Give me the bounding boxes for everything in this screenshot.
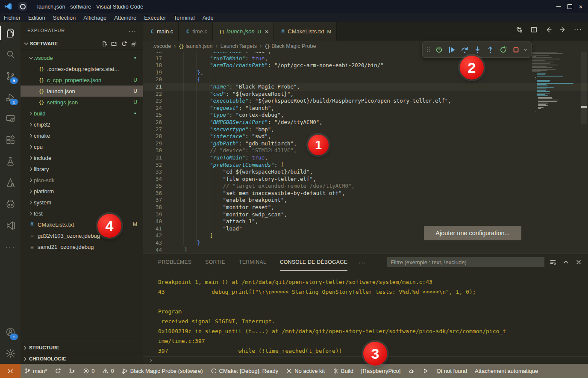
panel-tab-console-de-débogage[interactable]: CONSOLE DE DÉBOGAGE <box>280 254 347 271</box>
navigate-forward-icon[interactable] <box>559 26 567 33</box>
activity-cmake[interactable] <box>0 172 21 193</box>
code-line[interactable]: 32 "preRestartCommands": [ <box>143 162 588 169</box>
tree-item[interactable]: ≡samd21_ozone.jdebug <box>21 241 143 252</box>
status-item-cmake-debug-ready[interactable]: CMake: [Debug]: Ready <box>207 368 282 374</box>
tab-CMakeLists.txt[interactable]: MCMakeLists.txtM <box>274 22 337 41</box>
activity-run-debug[interactable]: 1 <box>0 86 21 108</box>
status-item[interactable] <box>418 368 432 374</box>
activity-search[interactable] <box>0 44 21 65</box>
code-line[interactable]: 44 ] <box>143 247 588 254</box>
status-item-0[interactable]: 0 <box>98 368 118 374</box>
panel-more-icon[interactable]: ··· <box>359 259 366 266</box>
add-configuration-button[interactable]: Ajouter une configuration... <box>424 226 521 240</box>
toolbar-chevron-down-icon[interactable] <box>523 44 529 56</box>
power-button[interactable] <box>433 44 445 56</box>
breadcrumb-item[interactable]: Launch Targets <box>220 43 257 49</box>
tree-item[interactable]: system <box>21 197 143 208</box>
code-line[interactable]: 26 "BMPGDBSerialPort": "/dev/ttyACM0", <box>143 119 588 126</box>
step-into-button[interactable] <box>471 44 483 56</box>
status-item-0[interactable]: 0 <box>79 368 98 374</box>
activity-platformio[interactable] <box>0 193 21 215</box>
close-button[interactable]: × <box>575 1 586 12</box>
debug-console-output[interactable]: Breakpoint 1, main () at /mnt/data/git/o… <box>143 270 588 357</box>
code-line[interactable]: 33 "cd ${workspaceRoot}/build", <box>143 168 588 176</box>
toolbar-grip-icon[interactable] <box>425 44 432 56</box>
sidebar-more-icon[interactable]: ··· <box>129 27 136 34</box>
section-structure[interactable]: STRUCTURE <box>21 342 143 353</box>
tree-item[interactable]: cpu <box>21 141 143 152</box>
status-item-build[interactable]: Build <box>329 368 357 374</box>
code-line[interactable]: 39 "monitor swdp_scan", <box>143 211 588 219</box>
menu-sélection[interactable]: Sélection <box>49 15 79 21</box>
menu-exécuter[interactable]: Exécuter <box>140 15 170 21</box>
status-item-attachement-automatique[interactable]: Attachement automatique <box>471 368 542 374</box>
continue-button[interactable] <box>446 44 458 56</box>
new-file-icon[interactable] <box>101 41 108 47</box>
menu-terminal[interactable]: Terminal <box>170 15 199 21</box>
breadcrumb-item[interactable]: .vscode <box>153 43 171 49</box>
tree-item[interactable]: .vscode● <box>21 52 143 63</box>
code-line[interactable]: 40 "attach 1", <box>143 218 588 225</box>
panel-tab-problèmes[interactable]: PROBLÈMES <box>158 254 191 270</box>
tree-item[interactable]: library <box>21 163 143 174</box>
code-line[interactable]: 35 // "target extended-remote /dev/ttyAC… <box>143 183 588 190</box>
tree-item[interactable]: pico-sdk <box>21 174 143 186</box>
tab-launch.json[interactable]: {}launch.jsonU× <box>213 22 274 41</box>
tree-item[interactable]: chip32 <box>21 119 143 130</box>
editor-scrollbar[interactable] <box>581 52 587 254</box>
tree-item[interactable]: {}settings.jsonU <box>21 97 143 108</box>
collapse-all-icon[interactable] <box>131 41 137 47</box>
clear-console-icon[interactable] <box>550 259 556 266</box>
tree-item[interactable]: MCMakeLists.txtM <box>21 219 143 230</box>
step-over-button[interactable] <box>459 44 470 56</box>
tree-item[interactable]: build● <box>21 108 143 119</box>
code-line[interactable]: 21 "name": "Black Magic Probe", <box>143 83 588 91</box>
tree-item[interactable]: {}launch.jsonU <box>21 86 143 97</box>
code-line[interactable]: 37 "enable breakpoint", <box>143 197 588 204</box>
tab-time.c[interactable]: Ctime.c <box>179 22 213 41</box>
menu-affichage[interactable]: Affichage <box>79 15 110 21</box>
code-line[interactable]: 27 "servertype": "bmp", <box>143 126 588 133</box>
section-chronologie[interactable]: CHRONOLOGIE <box>21 353 143 364</box>
status-item--raspberrypico-[interactable]: [RaspberryPico] <box>357 368 404 374</box>
code-line[interactable]: 29 "gdbPath": "gdb-multiarch", <box>143 140 588 148</box>
status-item[interactable] <box>51 368 65 374</box>
maximize-button[interactable] <box>564 1 575 12</box>
maximize-panel-icon[interactable] <box>562 259 569 266</box>
code-line[interactable]: 19 }, <box>143 69 588 77</box>
close-tab-icon[interactable]: × <box>265 28 268 35</box>
status-item-black-magic-probe-software-[interactable]: Black Magic Probe (software) <box>118 368 207 374</box>
refresh-icon[interactable] <box>121 41 127 47</box>
activity-settings[interactable] <box>0 343 21 364</box>
remote-indicator[interactable] <box>0 364 21 378</box>
code-line[interactable]: 36 "set mem inaccessible-by-default off"… <box>143 190 588 197</box>
activity-remote-explorer[interactable] <box>0 108 21 129</box>
activity-explorer[interactable] <box>0 22 21 44</box>
activity-account[interactable]: 1 <box>0 321 21 343</box>
code-line[interactable]: 31 "runToMain": true, <box>143 154 588 162</box>
stop-button[interactable] <box>510 44 522 56</box>
code-line[interactable]: 34 "file open-story-teller.elf", <box>143 176 588 183</box>
tree-item[interactable]: platform <box>21 186 143 197</box>
code-line[interactable]: 20 { <box>143 76 588 83</box>
menu-atteindre[interactable]: Atteindre <box>110 15 140 21</box>
status-item-no-active-kit[interactable]: No active kit <box>282 368 329 374</box>
editor-more-icon[interactable]: ··· <box>574 26 582 33</box>
split-editor-icon[interactable] <box>530 26 538 33</box>
tree-item[interactable]: ≡gd32vf103_ozone.jdebug <box>21 230 143 241</box>
navigate-back-icon[interactable] <box>545 26 552 33</box>
code-line[interactable]: 23 "executable": "${workspaceRoot}/build… <box>143 97 588 105</box>
tree-item[interactable]: {}c_cpp_properties.jsonU <box>21 74 143 86</box>
step-out-button[interactable] <box>484 44 496 56</box>
workspace-section-header[interactable]: SOFTWARE <box>21 38 143 49</box>
breadcrumb-item[interactable]: {}Black Magic Probe <box>265 43 316 49</box>
code-line[interactable]: 25 "type": "cortex-debug", <box>143 112 588 119</box>
breadcrumb-item[interactable]: {}launch.json <box>179 43 212 49</box>
code-line[interactable]: 38 "monitor reset", <box>143 204 588 211</box>
menu-edition[interactable]: Edition <box>24 15 49 21</box>
activity-visual-studio[interactable] <box>0 215 21 236</box>
open-changes-icon[interactable] <box>516 26 523 33</box>
code-line[interactable]: 43 } <box>143 239 588 247</box>
panel-tab-terminal[interactable]: TERMINAL <box>239 254 266 270</box>
tree-item[interactable]: cmake <box>21 130 143 141</box>
